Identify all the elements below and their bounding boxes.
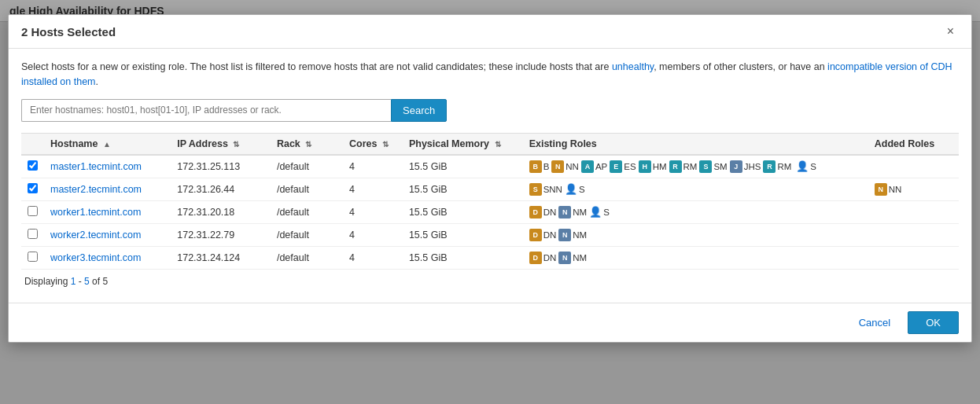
ip-cell: 172.31.24.124 (171, 246, 271, 269)
rack-cell: /default (271, 223, 343, 246)
role-badge: B B (529, 160, 550, 173)
cores-cell: 4 (343, 223, 403, 246)
added-roles-container: N NN (875, 183, 952, 196)
host-table: Hostname ▲ IP Address ⇅ Rack ⇅ Cores ⇅ P… (21, 133, 959, 270)
existing-roles-cell: S SNN 👤 S (523, 178, 868, 200)
row-checkbox[interactable] (28, 206, 38, 216)
cores-cell: 4 (343, 178, 403, 200)
table-row: worker3.tecmint.com172.31.24.124/default… (21, 246, 959, 269)
search-row: Search (21, 99, 959, 122)
existing-roles-cell: D DN N NM (523, 246, 868, 269)
role-badge: J JHS (730, 160, 761, 173)
role-badge: N NN (551, 160, 579, 173)
rack-cell: /default (271, 155, 343, 178)
row-checkbox[interactable] (28, 183, 38, 193)
table-header-row: Hostname ▲ IP Address ⇅ Rack ⇅ Cores ⇅ P… (21, 133, 959, 155)
ip-cell: 172.31.26.44 (171, 178, 271, 200)
hostname-link[interactable]: worker2.tecmint.com (50, 230, 141, 241)
row-checkbox[interactable] (28, 252, 38, 262)
role-badge: R RM (669, 160, 698, 173)
table-row: worker2.tecmint.com172.31.22.79/default4… (21, 223, 959, 246)
table-row: worker1.tecmint.com172.31.20.18/default4… (21, 200, 959, 223)
ip-cell: 172.31.25.113 (171, 155, 271, 178)
hostname-link[interactable]: master2.tecmint.com (50, 184, 142, 195)
table-row: master1.tecmint.com172.31.25.113/default… (21, 155, 959, 178)
search-button[interactable]: Search (391, 99, 447, 122)
roles-container: D DN N NM (529, 252, 862, 264)
hostname-cell: worker2.tecmint.com (44, 223, 171, 246)
rack-cell: /default (271, 200, 343, 223)
modal-footer: Cancel OK (9, 303, 971, 342)
memory-cell: 15.5 GiB (403, 246, 523, 269)
hostname-cell: worker1.tecmint.com (44, 200, 171, 223)
roles-container: S SNN 👤 S (529, 183, 862, 196)
hostname-cell: master1.tecmint.com (44, 155, 171, 178)
hostname-link[interactable]: worker3.tecmint.com (50, 252, 141, 263)
role-badge: E ES (610, 160, 636, 173)
row-checkbox-cell (21, 178, 44, 200)
role-badge: N NM (558, 206, 587, 219)
added-roles-cell (868, 246, 959, 269)
memory-cell: 15.5 GiB (403, 178, 523, 200)
roles-container: D DN N NM (529, 229, 862, 241)
role-badge: 👤 S (565, 183, 585, 196)
th-added-roles: Added Roles (868, 133, 959, 155)
hostname-link[interactable]: master1.tecmint.com (50, 161, 142, 172)
th-ip[interactable]: IP Address ⇅ (171, 133, 271, 155)
ip-cell: 172.31.22.79 (171, 223, 271, 246)
th-existing-roles: Existing Roles (523, 133, 868, 155)
rack-cell: /default (271, 246, 343, 269)
memory-cell: 15.5 GiB (403, 200, 523, 223)
existing-roles-cell: D DN N NM 👤 S (523, 200, 868, 223)
ok-button[interactable]: OK (908, 311, 959, 334)
description-text: Select hosts for a new or existing role.… (21, 60, 959, 90)
role-badge: D DN (529, 229, 557, 241)
cores-cell: 4 (343, 200, 403, 223)
rack-cell: /default (271, 178, 343, 200)
th-cores[interactable]: Cores ⇅ (343, 133, 403, 155)
role-badge: N NN (875, 183, 902, 196)
displaying-text: Displaying 1 - 5 of 5 (21, 270, 959, 290)
role-badge: R RM (763, 160, 791, 173)
th-rack[interactable]: Rack ⇅ (271, 133, 343, 155)
added-roles-cell (868, 200, 959, 223)
ip-cell: 172.31.20.18 (171, 200, 271, 223)
modal-header: 2 Hosts Selected × (9, 15, 971, 49)
th-memory[interactable]: Physical Memory ⇅ (403, 133, 523, 155)
row-checkbox-cell (21, 246, 44, 269)
hostname-cell: worker3.tecmint.com (44, 246, 171, 269)
th-hostname[interactable]: Hostname ▲ (44, 133, 171, 155)
memory-cell: 15.5 GiB (403, 155, 523, 178)
role-badge: D DN (529, 206, 557, 219)
roles-container: B B N NN A AP E ES H HM R RM S SM J JHS … (529, 160, 862, 173)
modal-title: 2 Hosts Selected (21, 25, 116, 39)
table-row: master2.tecmint.com172.31.26.44/default4… (21, 178, 959, 200)
role-badge: 👤 S (796, 160, 816, 173)
modal-body: Select hosts for a new or existing role.… (9, 49, 971, 298)
row-checkbox-cell (21, 223, 44, 246)
existing-roles-cell: B B N NN A AP E ES H HM R RM S SM J JHS … (523, 155, 868, 178)
hostname-link[interactable]: worker1.tecmint.com (50, 207, 141, 218)
cancel-button[interactable]: Cancel (848, 311, 901, 334)
added-roles-cell (868, 155, 959, 178)
memory-cell: 15.5 GiB (403, 223, 523, 246)
role-badge: N NM (558, 252, 587, 264)
role-badge: H HM (639, 160, 667, 173)
added-roles-cell (868, 223, 959, 246)
role-badge: D DN (529, 252, 557, 264)
row-checkbox-cell (21, 155, 44, 178)
cores-cell: 4 (343, 155, 403, 178)
role-badge: S SM (699, 160, 727, 173)
role-badge: S SNN (529, 183, 562, 196)
role-badge: A AP (581, 160, 607, 173)
row-checkbox[interactable] (28, 229, 38, 239)
close-button[interactable]: × (942, 23, 959, 40)
search-input[interactable] (21, 99, 391, 122)
row-checkbox-cell (21, 200, 44, 223)
cores-cell: 4 (343, 246, 403, 269)
role-badge: 👤 S (589, 206, 610, 219)
existing-roles-cell: D DN N NM (523, 223, 868, 246)
th-checkbox (21, 133, 44, 155)
row-checkbox[interactable] (28, 160, 38, 171)
added-roles-cell: N NN (868, 178, 959, 200)
